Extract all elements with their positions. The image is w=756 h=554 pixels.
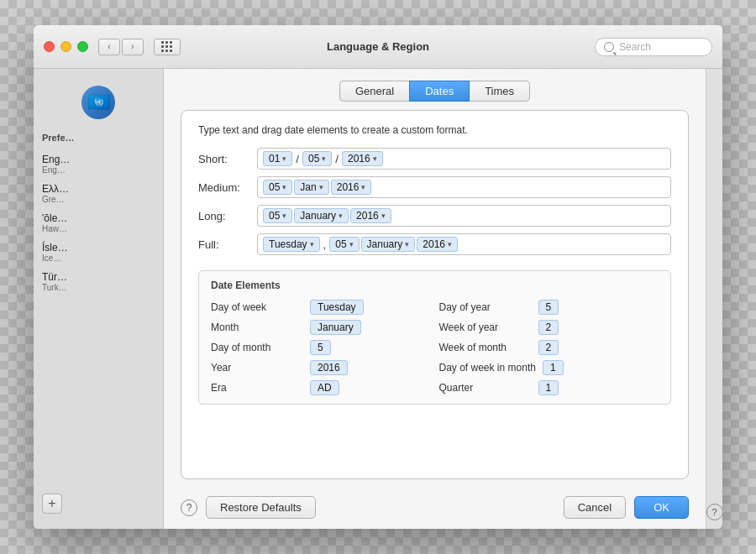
- token-long-year[interactable]: 2016 ▾: [350, 208, 391, 223]
- sidebar-item-greek[interactable]: Ελλ… Gre…: [34, 179, 163, 208]
- grid-icon: [161, 41, 173, 53]
- token-medium-day[interactable]: 05 ▾: [263, 180, 292, 195]
- sidebar-item-hawaiian[interactable]: 'ōle… Haw…: [34, 208, 163, 238]
- de-value-day-of-week-in-month[interactable]: 1: [543, 360, 564, 375]
- de-value-year[interactable]: 2016: [310, 360, 348, 375]
- de-label-day-of-month: Day of month: [211, 342, 303, 353]
- format-field-long[interactable]: 05 ▾ January ▾ 2016 ▾: [257, 205, 671, 227]
- de-col-left: Day of week Tuesday Month January Day of…: [211, 300, 431, 395]
- de-value-week-of-month[interactable]: 2: [538, 340, 559, 355]
- dialog-box: Type text and drag date elements to crea…: [181, 110, 689, 479]
- add-language-button[interactable]: +: [42, 494, 62, 514]
- de-value-era[interactable]: AD: [310, 380, 339, 395]
- traffic-lights: [44, 41, 88, 52]
- close-button[interactable]: [44, 41, 55, 52]
- de-row-day-of-week-in-month: Day of week in month 1: [439, 360, 659, 375]
- dialog-description: Type text and drag date elements to crea…: [198, 124, 671, 136]
- sidebar: 🇺🇳 Prefe… Eng… Eng… Ελλ… Gre… 'ōle… Haw……: [34, 69, 164, 529]
- format-label-short: Short:: [198, 153, 257, 165]
- de-row-week-of-year: Week of year 2: [439, 320, 659, 335]
- de-value-day-of-month[interactable]: 5: [310, 340, 331, 355]
- de-label-era: Era: [211, 382, 303, 394]
- token-short-year[interactable]: 2016 ▾: [342, 151, 383, 166]
- main-window: ‹ › Language & Region Search 🇺🇳: [34, 25, 722, 529]
- window-title: Language & Region: [327, 40, 429, 53]
- sidebar-item-icelandic[interactable]: Ísle… Ice…: [34, 238, 163, 267]
- token-long-day[interactable]: 05 ▾: [263, 208, 292, 223]
- token-medium-month[interactable]: Jan ▾: [294, 180, 328, 195]
- sidebar-item-turkish[interactable]: Tür… Turk…: [34, 267, 163, 296]
- nav-buttons: ‹ ›: [98, 39, 144, 55]
- format-row-short: Short: 01 ▾ / 05 ▾ / 2016 ▾: [198, 148, 671, 170]
- help-corner-button[interactable]: ?: [706, 504, 723, 520]
- search-box[interactable]: Search: [595, 38, 712, 56]
- sidebar-flag: 🇺🇳: [34, 77, 163, 131]
- tab-general[interactable]: General: [339, 81, 409, 102]
- back-button[interactable]: ‹: [98, 39, 120, 55]
- minimize-button[interactable]: [60, 41, 71, 52]
- de-label-day-of-year: Day of year: [439, 301, 532, 313]
- token-full-weekday[interactable]: Tuesday ▾: [263, 237, 320, 252]
- format-field-full[interactable]: Tuesday ▾ , 05 ▾ January ▾ 2016 ▾: [257, 233, 671, 255]
- de-row-era: Era AD: [211, 380, 431, 395]
- sidebar-section-label: Prefe…: [34, 131, 163, 149]
- de-row-month: Month January: [211, 320, 431, 335]
- help-button[interactable]: ?: [181, 499, 197, 516]
- format-label-full: Full:: [198, 238, 257, 251]
- de-value-day-of-year[interactable]: 5: [538, 300, 559, 315]
- maximize-button[interactable]: [77, 41, 88, 52]
- date-elements-grid: Day of week Tuesday Month January Day of…: [211, 300, 659, 395]
- date-elements-title: Date Elements: [211, 280, 659, 291]
- de-label-week-of-year: Week of year: [439, 321, 532, 333]
- de-label-day-of-week-in-month: Day of week in month: [439, 362, 536, 374]
- restore-defaults-button[interactable]: Restore Defaults: [206, 496, 316, 519]
- de-value-day-of-week[interactable]: Tuesday: [310, 300, 364, 315]
- right-scroll: ?: [706, 69, 722, 529]
- token-short-day[interactable]: 05 ▾: [302, 151, 332, 166]
- format-row-full: Full: Tuesday ▾ , 05 ▾ January ▾ 2016 ▾: [198, 233, 671, 255]
- date-elements-section: Date Elements Day of week Tuesday Month …: [198, 270, 671, 405]
- main-content: General Dates Times Type text and drag d…: [164, 69, 706, 529]
- format-label-long: Long:: [198, 210, 257, 222]
- token-short-month[interactable]: 01 ▾: [263, 151, 292, 166]
- de-row-year: Year 2016: [211, 360, 431, 375]
- de-row-quarter: Quarter 1: [439, 380, 659, 395]
- token-long-month[interactable]: January ▾: [294, 208, 349, 223]
- search-icon: [604, 42, 614, 52]
- flag-icon: 🇺🇳: [81, 86, 115, 119]
- format-field-medium[interactable]: 05 ▾ Jan ▾ 2016 ▾: [257, 176, 671, 198]
- token-full-month[interactable]: January ▾: [361, 237, 416, 252]
- de-label-day-of-week: Day of week: [211, 301, 303, 313]
- format-label-medium: Medium:: [198, 181, 257, 194]
- body-area: 🇺🇳 Prefe… Eng… Eng… Ελλ… Gre… 'ōle… Haw……: [34, 69, 722, 529]
- search-placeholder: Search: [619, 41, 651, 53]
- tab-dates[interactable]: Dates: [409, 81, 470, 102]
- format-row-long: Long: 05 ▾ January ▾ 2016 ▾: [198, 205, 671, 227]
- de-label-month: Month: [211, 321, 303, 333]
- sidebar-add-area: +: [34, 487, 163, 520]
- de-label-year: Year: [211, 362, 303, 374]
- de-row-day-of-month: Day of month 5: [211, 340, 431, 355]
- de-row-day-of-year: Day of year 5: [439, 300, 659, 315]
- de-value-quarter[interactable]: 1: [538, 380, 559, 395]
- tab-times[interactable]: Times: [470, 81, 530, 102]
- token-full-day[interactable]: 05 ▾: [329, 237, 359, 252]
- forward-button[interactable]: ›: [122, 39, 144, 55]
- format-field-short[interactable]: 01 ▾ / 05 ▾ / 2016 ▾: [257, 148, 671, 170]
- de-label-week-of-month: Week of month: [439, 342, 532, 353]
- de-row-week-of-month: Week of month 2: [439, 340, 659, 355]
- de-value-week-of-year[interactable]: 2: [538, 320, 559, 335]
- tabs-container: General Dates Times: [164, 69, 706, 110]
- de-value-month[interactable]: January: [310, 320, 361, 335]
- grid-view-button[interactable]: [154, 39, 181, 55]
- format-row-medium: Medium: 05 ▾ Jan ▾ 2016 ▾: [198, 176, 671, 198]
- token-medium-year[interactable]: 2016 ▾: [331, 180, 372, 195]
- cancel-button[interactable]: Cancel: [564, 496, 626, 519]
- sidebar-item-eng[interactable]: Eng… Eng…: [34, 149, 163, 179]
- token-full-year[interactable]: 2016 ▾: [417, 237, 458, 252]
- de-row-day-of-week: Day of week Tuesday: [211, 300, 431, 315]
- de-label-quarter: Quarter: [439, 382, 532, 394]
- title-bar: ‹ › Language & Region Search: [34, 25, 722, 69]
- bottom-bar: ? Restore Defaults Cancel OK: [164, 488, 706, 529]
- ok-button[interactable]: OK: [634, 496, 689, 519]
